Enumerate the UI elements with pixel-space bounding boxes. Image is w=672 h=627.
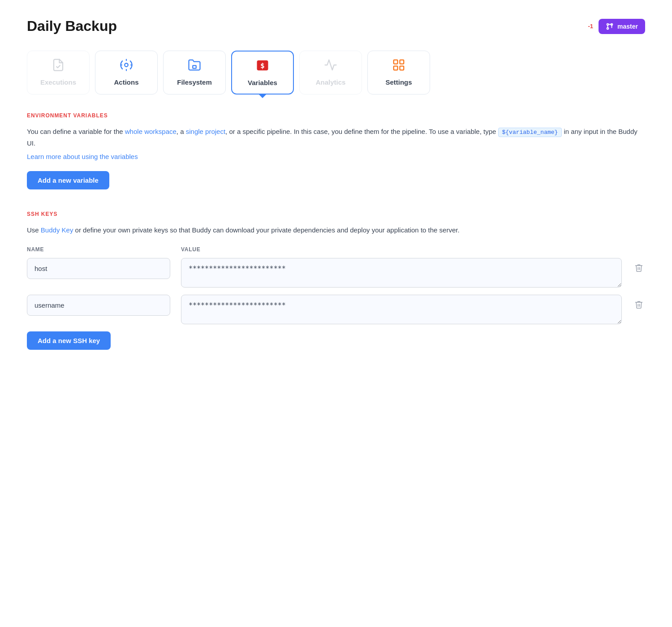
executions-icon	[52, 58, 65, 75]
page-title: Daily Backup	[27, 18, 117, 34]
ssh-key-name-username[interactable]	[27, 295, 170, 316]
tab-settings[interactable]: Settings	[367, 51, 430, 94]
add-variable-button[interactable]: Add a new variable	[27, 171, 109, 189]
project-link[interactable]: single project	[186, 128, 225, 135]
branch-icon	[606, 22, 614, 30]
tab-settings-label: Settings	[385, 78, 412, 86]
svg-text:$: $	[260, 61, 265, 70]
tab-actions-label: Actions	[114, 78, 138, 86]
ssh-key-value-username[interactable]: ************************	[181, 295, 622, 324]
learn-more-link[interactable]: Learn more about using the variables	[27, 153, 645, 160]
settings-icon	[392, 58, 405, 75]
tab-filesystem[interactable]: Filesystem	[163, 51, 226, 94]
field-headers: NAME VALUE	[27, 246, 645, 253]
svg-rect-10	[400, 66, 404, 70]
env-description: You can define a variable for the whole …	[27, 126, 645, 149]
ssh-keys-table: NAME VALUE ************************ ****…	[27, 246, 645, 350]
buddy-key-link[interactable]: Buddy Key	[41, 226, 73, 234]
branch-label: master	[617, 23, 638, 30]
branch-button[interactable]: master	[599, 19, 645, 34]
ssh-key-row-host: ************************	[27, 258, 645, 288]
ssh-section-title: SSH KEYS	[27, 211, 645, 217]
tab-filesystem-label: Filesystem	[177, 78, 212, 86]
workspace-link[interactable]: whole workspace	[125, 128, 177, 135]
trash-icon	[634, 263, 643, 272]
analytics-icon	[324, 58, 337, 75]
svg-rect-9	[394, 66, 398, 70]
tab-nav: Executions Actions Filesystem $	[27, 51, 645, 94]
ssh-keys-section: SSH KEYS Use Buddy Key or define your ow…	[27, 211, 645, 350]
filesystem-icon	[188, 58, 201, 75]
ssh-description: Use Buddy Key or define your own private…	[27, 224, 645, 236]
tab-executions-label: Executions	[40, 78, 76, 86]
tab-actions[interactable]: Actions	[95, 51, 158, 94]
delete-ssh-key-username[interactable]	[633, 295, 645, 314]
add-ssh-key-container: Add a new SSH key	[27, 331, 645, 350]
svg-rect-4	[193, 65, 196, 68]
ssh-key-value-host[interactable]: ************************	[181, 258, 622, 288]
add-ssh-key-button[interactable]: Add a new SSH key	[27, 331, 111, 350]
trash-icon-2	[634, 300, 643, 309]
svg-rect-8	[400, 60, 404, 64]
svg-rect-7	[394, 60, 398, 64]
tab-variables[interactable]: $ Variables	[231, 51, 294, 94]
ssh-key-name-host[interactable]	[27, 258, 170, 279]
tab-variables-label: Variables	[248, 79, 277, 86]
delete-ssh-key-host[interactable]	[633, 258, 645, 278]
tab-analytics[interactable]: Analytics	[299, 51, 362, 94]
page-header: Daily Backup -1 master	[27, 18, 645, 34]
notification-badge: -1	[588, 23, 594, 30]
col-header-name: NAME	[27, 246, 170, 253]
ssh-key-row-username: ************************	[27, 295, 645, 324]
svg-point-3	[125, 63, 128, 67]
env-section-title: ENVIRONMENT VARIABLES	[27, 112, 645, 119]
variable-syntax: ${variable_name}	[498, 128, 562, 137]
col-header-value: VALUE	[181, 246, 645, 253]
variables-icon: $	[256, 59, 269, 75]
tab-executions[interactable]: Executions	[27, 51, 90, 94]
header-right: -1 master	[588, 19, 645, 34]
actions-icon	[120, 58, 133, 75]
tab-analytics-label: Analytics	[316, 78, 346, 86]
env-variables-section: ENVIRONMENT VARIABLES You can define a v…	[27, 112, 645, 189]
